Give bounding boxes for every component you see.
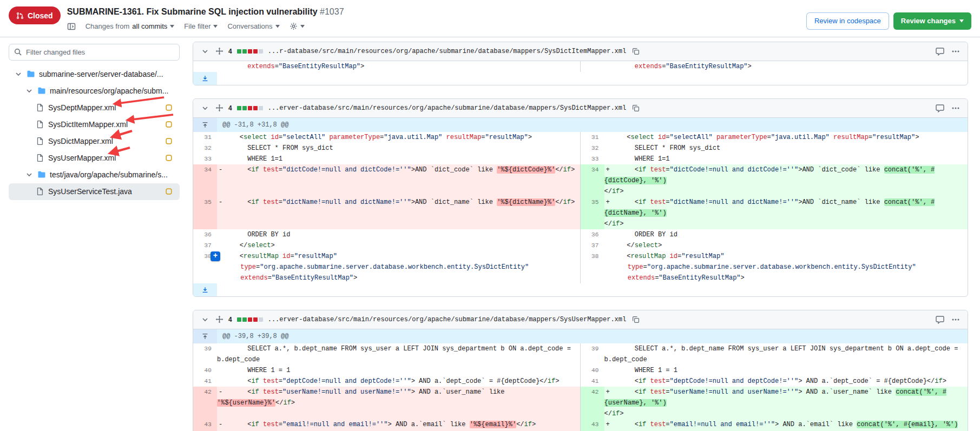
expand-up-button[interactable] bbox=[193, 118, 217, 132]
line-number[interactable]: 36 bbox=[193, 229, 217, 240]
code-line: ORDER BY id bbox=[604, 229, 968, 240]
line-number[interactable]: 31 bbox=[193, 132, 217, 143]
changed-lines-count: 4 bbox=[228, 104, 232, 112]
line-number[interactable]: 36 bbox=[581, 229, 604, 240]
collapse-file-button[interactable] bbox=[200, 314, 211, 325]
line-number[interactable]: 33 bbox=[193, 154, 217, 164]
pr-status-label: Closed bbox=[28, 11, 53, 20]
line-number[interactable]: 37 bbox=[193, 240, 217, 251]
collapse-file-button[interactable] bbox=[200, 46, 211, 57]
tree-item-label: SysDictMapper.xml bbox=[48, 137, 113, 145]
line-number[interactable]: 40 bbox=[581, 365, 604, 376]
line-number[interactable]: 37 bbox=[581, 240, 604, 251]
caret-down-icon bbox=[959, 19, 964, 23]
changed-lines-count: 4 bbox=[228, 316, 232, 323]
line-number[interactable]: 41 bbox=[193, 376, 217, 387]
code-line: + <if test="userName!=null and userName!… bbox=[604, 387, 968, 419]
caret-down-icon bbox=[170, 25, 174, 28]
pr-header: Closed SUBMARINE-1361. Fix Submarine SQL… bbox=[0, 0, 980, 37]
comment-button[interactable] bbox=[935, 314, 945, 325]
drag-handle-icon[interactable] bbox=[215, 104, 223, 112]
comment-button[interactable] bbox=[935, 46, 945, 57]
code-line: </select> bbox=[604, 240, 968, 251]
commits-dropdown[interactable]: Changes from all commits bbox=[81, 20, 179, 32]
file-icon bbox=[36, 187, 44, 196]
line-number[interactable] bbox=[193, 61, 217, 72]
line-number[interactable]: 31 bbox=[581, 132, 604, 143]
tree-folder-row[interactable]: main/resources/org/apache/subm... bbox=[9, 83, 180, 100]
line-number[interactable]: 32 bbox=[581, 143, 604, 154]
tree-file-row[interactable]: SysUserMapper.xml bbox=[9, 150, 180, 167]
code-line: SELECT * FROM sys_dict bbox=[604, 143, 968, 154]
line-number[interactable]: 34 bbox=[193, 164, 217, 197]
modified-status-icon bbox=[166, 138, 172, 144]
kebab-menu-button[interactable] bbox=[950, 46, 961, 57]
tree-item-label: submarine-server/server-database/... bbox=[39, 70, 163, 78]
chevron-down-icon bbox=[14, 70, 23, 78]
file-path: ...erver-database/src/main/resources/org… bbox=[268, 316, 627, 323]
tree-folder-row[interactable]: test/java/org/apache/submarine/s... bbox=[9, 167, 180, 183]
line-number[interactable]: 40 bbox=[193, 365, 217, 376]
review-in-codespace-button[interactable]: Review in codespace bbox=[806, 12, 889, 30]
tree-file-row[interactable]: SysDictItemMapper.xml bbox=[9, 116, 180, 133]
kebab-menu-button[interactable] bbox=[950, 103, 961, 114]
add-comment-button[interactable]: + bbox=[211, 251, 220, 261]
copy-path-button[interactable] bbox=[631, 315, 641, 324]
gear-icon bbox=[290, 22, 298, 30]
line-number[interactable] bbox=[581, 61, 604, 72]
pr-number: #1037 bbox=[320, 7, 344, 16]
drag-handle-icon[interactable] bbox=[215, 47, 223, 55]
changed-lines-count: 4 bbox=[228, 48, 232, 55]
line-number[interactable]: 38 bbox=[581, 251, 604, 283]
line-number[interactable]: 43 bbox=[193, 419, 217, 431]
diffstat-squares bbox=[237, 317, 263, 322]
line-number[interactable]: 42 bbox=[581, 387, 604, 419]
changes-from-label: Changes from bbox=[85, 22, 130, 30]
line-number[interactable]: 35 bbox=[193, 197, 217, 229]
copy-path-button[interactable] bbox=[631, 103, 641, 113]
expand-down-button[interactable] bbox=[193, 72, 217, 85]
drag-handle-icon[interactable] bbox=[215, 315, 223, 323]
file-filter-input[interactable] bbox=[9, 44, 180, 61]
tree-item-label: SysUserServiceTest.java bbox=[48, 187, 132, 196]
line-number[interactable]: 33 bbox=[581, 154, 604, 164]
diff-list: 4 ...r-database/src/main/resources/org/a… bbox=[193, 42, 968, 431]
line-number[interactable]: 35 bbox=[581, 197, 604, 229]
file-filter-dropdown[interactable]: File filter bbox=[180, 20, 222, 32]
tree-file-row[interactable]: SysUserServiceTest.java bbox=[9, 183, 180, 200]
tree-file-row[interactable]: SysDictMapper.xml bbox=[9, 133, 180, 150]
diff-options-gear-button[interactable] bbox=[285, 20, 309, 32]
line-number[interactable]: 34 bbox=[581, 164, 604, 197]
sidebar-panel-icon bbox=[67, 22, 76, 31]
expand-up-button[interactable] bbox=[193, 329, 217, 343]
diff-file-card: 4 ...erver-database/src/main/resources/o… bbox=[193, 98, 968, 297]
chevron-down-icon bbox=[25, 87, 34, 95]
codespace-button-label: Review in codespace bbox=[814, 17, 881, 25]
chevron-down-icon bbox=[25, 170, 34, 179]
folder-icon bbox=[27, 70, 35, 78]
comment-button[interactable] bbox=[935, 103, 945, 114]
line-number[interactable]: 39 bbox=[193, 343, 217, 365]
review-changes-button[interactable]: Review changes bbox=[893, 12, 971, 30]
line-number[interactable]: 43 bbox=[581, 419, 604, 431]
tree-file-row[interactable]: SysDeptMapper.xml bbox=[9, 100, 180, 116]
search-icon bbox=[14, 48, 22, 56]
code-line: + <if test="dictCode!=null and dictCode!… bbox=[604, 164, 968, 197]
file-tree-toggle-button[interactable] bbox=[63, 20, 80, 33]
line-number[interactable]: 41 bbox=[581, 376, 604, 387]
tree-folder-row[interactable]: submarine-server/server-database/... bbox=[9, 66, 180, 83]
line-number[interactable]: 42 bbox=[193, 387, 217, 419]
expand-down-button[interactable] bbox=[193, 283, 217, 296]
collapse-file-button[interactable] bbox=[200, 103, 211, 114]
tree-item-label: test/java/org/apache/submarine/s... bbox=[50, 170, 168, 179]
line-number[interactable]: 39 bbox=[581, 343, 604, 365]
kebab-menu-button[interactable] bbox=[950, 314, 961, 325]
code-line: SELECT * FROM sys_dict bbox=[217, 143, 581, 154]
header-actions: Review in codespace Review changes bbox=[806, 12, 971, 30]
copy-path-button[interactable] bbox=[631, 47, 641, 56]
line-number[interactable]: 32 bbox=[193, 143, 217, 154]
file-tree: submarine-server/server-database/...main… bbox=[9, 66, 180, 200]
caret-down-icon bbox=[213, 25, 218, 28]
conversations-dropdown[interactable]: Conversations bbox=[223, 20, 284, 32]
file-icon bbox=[36, 103, 44, 112]
